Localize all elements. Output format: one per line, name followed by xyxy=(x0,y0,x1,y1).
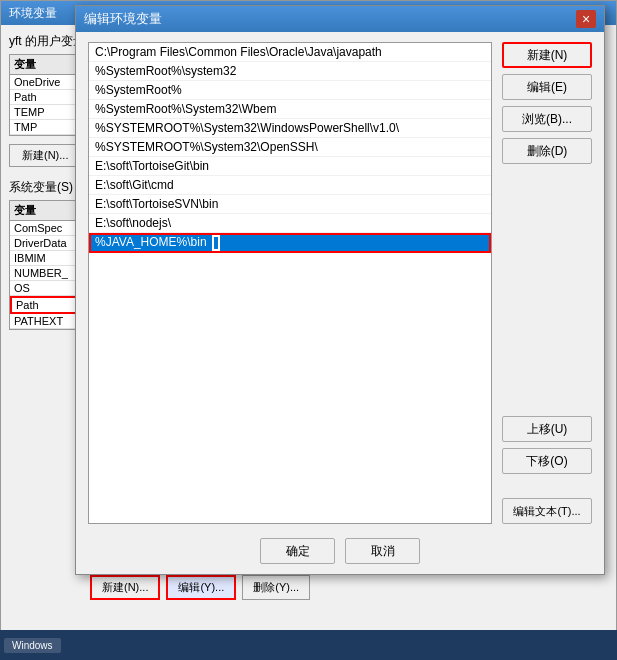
dialog-title-bar: 编辑环境变量 × xyxy=(76,6,604,32)
move-up-button[interactable]: 上移(U) xyxy=(502,416,592,442)
dialog-body: C:\Program Files\Common Files\Oracle\Jav… xyxy=(76,32,604,534)
new-button[interactable]: 新建(N) xyxy=(502,42,592,68)
dialog-title: 编辑环境变量 xyxy=(84,10,162,28)
delete-button[interactable]: 删除(D) xyxy=(502,138,592,164)
bg-window-title: 环境变量 xyxy=(9,5,57,22)
system-col-header: 变量 xyxy=(14,203,36,218)
list-item-7[interactable]: E:\soft\Git\cmd xyxy=(89,176,491,195)
move-down-button[interactable]: 下移(O) xyxy=(502,448,592,474)
list-item-2[interactable]: %SystemRoot% xyxy=(89,81,491,100)
dialog-cancel-button[interactable]: 取消 xyxy=(345,538,420,564)
list-item-0[interactable]: C:\Program Files\Common Files\Oracle\Jav… xyxy=(89,43,491,62)
list-item-8[interactable]: E:\soft\TortoiseSVN\bin xyxy=(89,195,491,214)
edit-env-var-dialog: 编辑环境变量 × C:\Program Files\Common Files\O… xyxy=(75,5,605,575)
path-list[interactable]: C:\Program Files\Common Files\Oracle\Jav… xyxy=(88,42,492,524)
edit-button[interactable]: 编辑(E) xyxy=(502,74,592,100)
taskbar: Windows xyxy=(0,630,617,660)
dialog-footer: 确定 取消 xyxy=(88,538,592,564)
cursor-indicator xyxy=(212,235,220,251)
button-spacer xyxy=(502,170,592,410)
user-new-button[interactable]: 新建(N)... xyxy=(9,144,81,167)
bottom-edit-btn[interactable]: 编辑(Y)... xyxy=(166,575,236,600)
taskbar-label: Windows xyxy=(12,640,53,651)
bottom-new-btn[interactable]: 新建(N)... xyxy=(90,575,160,600)
edit-text-button[interactable]: 编辑文本(T)... xyxy=(502,498,592,524)
dialog-ok-button[interactable]: 确定 xyxy=(260,538,335,564)
list-item-3[interactable]: %SystemRoot%\System32\Wbem xyxy=(89,100,491,119)
action-buttons-panel: 新建(N) 编辑(E) 浏览(B)... 删除(D) 上移(U) 下移(O) 编… xyxy=(502,42,592,524)
user-col-header: 变量 xyxy=(14,57,36,72)
dialog-close-button[interactable]: × xyxy=(576,10,596,28)
list-item-4[interactable]: %SYSTEMROOT%\System32\WindowsPowerShell\… xyxy=(89,119,491,138)
taskbar-item[interactable]: Windows xyxy=(4,638,61,653)
bottom-delete-btn[interactable]: 删除(Y)... xyxy=(242,575,310,600)
list-item-5[interactable]: %SYSTEMROOT%\System32\OpenSSH\ xyxy=(89,138,491,157)
list-item-10[interactable]: %JAVA_HOME%\bin xyxy=(89,233,491,253)
list-item-6[interactable]: E:\soft\TortoiseGit\bin xyxy=(89,157,491,176)
browse-button[interactable]: 浏览(B)... xyxy=(502,106,592,132)
list-item-1[interactable]: %SystemRoot%\system32 xyxy=(89,62,491,81)
bottom-action-buttons: 新建(N)... 编辑(Y)... 删除(Y)... xyxy=(90,575,310,600)
list-item-9[interactable]: E:\soft\nodejs\ xyxy=(89,214,491,233)
spacer2 xyxy=(502,480,592,492)
